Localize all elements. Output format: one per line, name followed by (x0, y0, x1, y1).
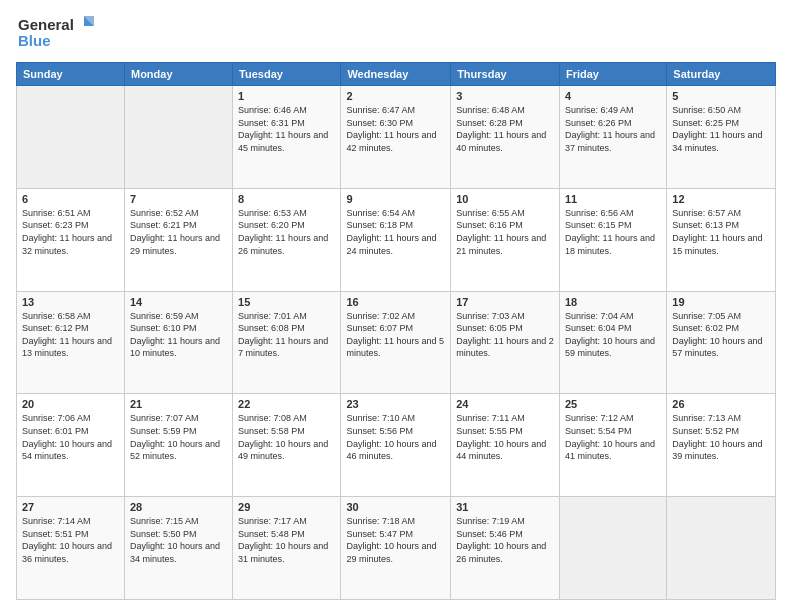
day-number: 30 (346, 501, 445, 513)
day-number: 7 (130, 193, 227, 205)
day-info: Sunrise: 7:06 AMSunset: 6:01 PMDaylight:… (22, 412, 119, 462)
day-header-tuesday: Tuesday (233, 63, 341, 86)
day-cell: 13Sunrise: 6:58 AMSunset: 6:12 PMDayligh… (17, 291, 125, 394)
day-info: Sunrise: 7:14 AMSunset: 5:51 PMDaylight:… (22, 515, 119, 565)
day-number: 23 (346, 398, 445, 410)
day-header-sunday: Sunday (17, 63, 125, 86)
day-info: Sunrise: 7:08 AMSunset: 5:58 PMDaylight:… (238, 412, 335, 462)
day-number: 14 (130, 296, 227, 308)
day-number: 6 (22, 193, 119, 205)
day-info: Sunrise: 6:53 AMSunset: 6:20 PMDaylight:… (238, 207, 335, 257)
calendar-page: General Blue SundayMondayTuesdayWednesda… (0, 0, 792, 612)
day-info: Sunrise: 6:59 AMSunset: 6:10 PMDaylight:… (130, 310, 227, 360)
day-info: Sunrise: 6:56 AMSunset: 6:15 PMDaylight:… (565, 207, 661, 257)
day-header-thursday: Thursday (451, 63, 560, 86)
day-header-monday: Monday (124, 63, 232, 86)
day-cell: 9Sunrise: 6:54 AMSunset: 6:18 PMDaylight… (341, 188, 451, 291)
day-number: 2 (346, 90, 445, 102)
day-cell: 22Sunrise: 7:08 AMSunset: 5:58 PMDayligh… (233, 394, 341, 497)
day-cell: 21Sunrise: 7:07 AMSunset: 5:59 PMDayligh… (124, 394, 232, 497)
day-info: Sunrise: 7:17 AMSunset: 5:48 PMDaylight:… (238, 515, 335, 565)
day-cell: 6Sunrise: 6:51 AMSunset: 6:23 PMDaylight… (17, 188, 125, 291)
day-info: Sunrise: 7:12 AMSunset: 5:54 PMDaylight:… (565, 412, 661, 462)
day-number: 28 (130, 501, 227, 513)
day-number: 22 (238, 398, 335, 410)
day-number: 25 (565, 398, 661, 410)
day-cell: 31Sunrise: 7:19 AMSunset: 5:46 PMDayligh… (451, 497, 560, 600)
day-cell: 25Sunrise: 7:12 AMSunset: 5:54 PMDayligh… (559, 394, 666, 497)
day-info: Sunrise: 7:11 AMSunset: 5:55 PMDaylight:… (456, 412, 554, 462)
day-number: 8 (238, 193, 335, 205)
day-info: Sunrise: 7:01 AMSunset: 6:08 PMDaylight:… (238, 310, 335, 360)
day-number: 17 (456, 296, 554, 308)
day-number: 3 (456, 90, 554, 102)
day-number: 24 (456, 398, 554, 410)
day-cell: 29Sunrise: 7:17 AMSunset: 5:48 PMDayligh… (233, 497, 341, 600)
day-cell: 28Sunrise: 7:15 AMSunset: 5:50 PMDayligh… (124, 497, 232, 600)
day-info: Sunrise: 6:51 AMSunset: 6:23 PMDaylight:… (22, 207, 119, 257)
day-info: Sunrise: 6:48 AMSunset: 6:28 PMDaylight:… (456, 104, 554, 154)
day-number: 26 (672, 398, 770, 410)
day-number: 5 (672, 90, 770, 102)
day-cell: 24Sunrise: 7:11 AMSunset: 5:55 PMDayligh… (451, 394, 560, 497)
week-row-3: 13Sunrise: 6:58 AMSunset: 6:12 PMDayligh… (17, 291, 776, 394)
day-header-wednesday: Wednesday (341, 63, 451, 86)
logo: General Blue (16, 12, 96, 52)
day-info: Sunrise: 6:58 AMSunset: 6:12 PMDaylight:… (22, 310, 119, 360)
day-cell: 17Sunrise: 7:03 AMSunset: 6:05 PMDayligh… (451, 291, 560, 394)
day-number: 9 (346, 193, 445, 205)
day-cell: 20Sunrise: 7:06 AMSunset: 6:01 PMDayligh… (17, 394, 125, 497)
day-info: Sunrise: 6:47 AMSunset: 6:30 PMDaylight:… (346, 104, 445, 154)
day-info: Sunrise: 6:55 AMSunset: 6:16 PMDaylight:… (456, 207, 554, 257)
day-info: Sunrise: 6:57 AMSunset: 6:13 PMDaylight:… (672, 207, 770, 257)
day-cell: 30Sunrise: 7:18 AMSunset: 5:47 PMDayligh… (341, 497, 451, 600)
header: General Blue (16, 12, 776, 52)
day-cell: 7Sunrise: 6:52 AMSunset: 6:21 PMDaylight… (124, 188, 232, 291)
day-info: Sunrise: 7:10 AMSunset: 5:56 PMDaylight:… (346, 412, 445, 462)
day-number: 27 (22, 501, 119, 513)
day-cell: 1Sunrise: 6:46 AMSunset: 6:31 PMDaylight… (233, 86, 341, 189)
svg-text:General: General (18, 16, 74, 33)
day-cell: 18Sunrise: 7:04 AMSunset: 6:04 PMDayligh… (559, 291, 666, 394)
logo-svg: General Blue (16, 12, 96, 52)
day-number: 18 (565, 296, 661, 308)
day-cell: 15Sunrise: 7:01 AMSunset: 6:08 PMDayligh… (233, 291, 341, 394)
day-info: Sunrise: 7:02 AMSunset: 6:07 PMDaylight:… (346, 310, 445, 360)
day-info: Sunrise: 7:18 AMSunset: 5:47 PMDaylight:… (346, 515, 445, 565)
week-row-2: 6Sunrise: 6:51 AMSunset: 6:23 PMDaylight… (17, 188, 776, 291)
day-info: Sunrise: 7:19 AMSunset: 5:46 PMDaylight:… (456, 515, 554, 565)
day-number: 10 (456, 193, 554, 205)
day-header-row: SundayMondayTuesdayWednesdayThursdayFrid… (17, 63, 776, 86)
day-cell: 14Sunrise: 6:59 AMSunset: 6:10 PMDayligh… (124, 291, 232, 394)
day-cell (124, 86, 232, 189)
day-cell: 12Sunrise: 6:57 AMSunset: 6:13 PMDayligh… (667, 188, 776, 291)
day-cell: 4Sunrise: 6:49 AMSunset: 6:26 PMDaylight… (559, 86, 666, 189)
svg-text:Blue: Blue (18, 32, 51, 49)
day-cell: 11Sunrise: 6:56 AMSunset: 6:15 PMDayligh… (559, 188, 666, 291)
day-cell: 16Sunrise: 7:02 AMSunset: 6:07 PMDayligh… (341, 291, 451, 394)
day-number: 4 (565, 90, 661, 102)
week-row-4: 20Sunrise: 7:06 AMSunset: 6:01 PMDayligh… (17, 394, 776, 497)
day-info: Sunrise: 7:03 AMSunset: 6:05 PMDaylight:… (456, 310, 554, 360)
day-cell: 5Sunrise: 6:50 AMSunset: 6:25 PMDaylight… (667, 86, 776, 189)
day-header-friday: Friday (559, 63, 666, 86)
calendar-table: SundayMondayTuesdayWednesdayThursdayFrid… (16, 62, 776, 600)
day-header-saturday: Saturday (667, 63, 776, 86)
day-cell: 10Sunrise: 6:55 AMSunset: 6:16 PMDayligh… (451, 188, 560, 291)
day-number: 11 (565, 193, 661, 205)
day-cell (667, 497, 776, 600)
day-info: Sunrise: 7:15 AMSunset: 5:50 PMDaylight:… (130, 515, 227, 565)
day-cell: 2Sunrise: 6:47 AMSunset: 6:30 PMDaylight… (341, 86, 451, 189)
day-info: Sunrise: 7:05 AMSunset: 6:02 PMDaylight:… (672, 310, 770, 360)
day-cell: 26Sunrise: 7:13 AMSunset: 5:52 PMDayligh… (667, 394, 776, 497)
day-number: 19 (672, 296, 770, 308)
week-row-1: 1Sunrise: 6:46 AMSunset: 6:31 PMDaylight… (17, 86, 776, 189)
day-number: 13 (22, 296, 119, 308)
day-number: 1 (238, 90, 335, 102)
week-row-5: 27Sunrise: 7:14 AMSunset: 5:51 PMDayligh… (17, 497, 776, 600)
day-info: Sunrise: 6:52 AMSunset: 6:21 PMDaylight:… (130, 207, 227, 257)
day-info: Sunrise: 7:07 AMSunset: 5:59 PMDaylight:… (130, 412, 227, 462)
day-number: 16 (346, 296, 445, 308)
day-cell: 3Sunrise: 6:48 AMSunset: 6:28 PMDaylight… (451, 86, 560, 189)
day-cell (559, 497, 666, 600)
